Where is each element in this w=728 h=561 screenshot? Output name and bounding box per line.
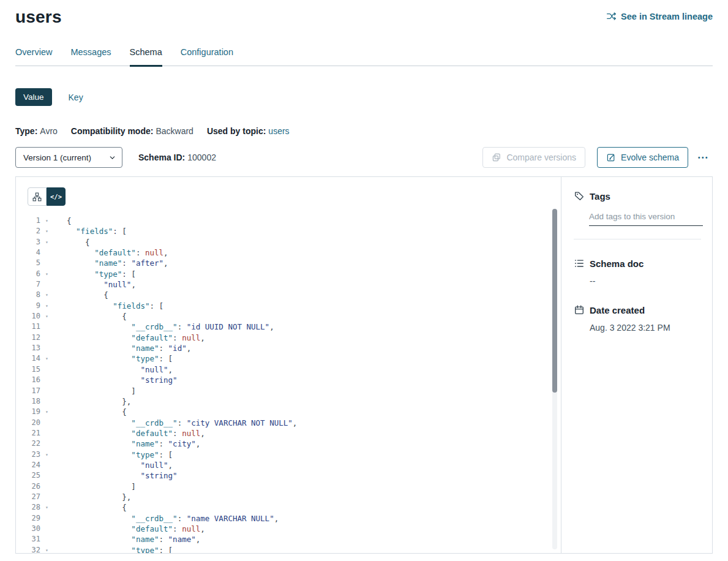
line-number: 21 — [16, 428, 40, 439]
fold-arrow-icon[interactable]: ▾ — [40, 269, 53, 279]
line-number: 3 — [16, 237, 40, 247]
line-number: 17 — [16, 386, 40, 396]
line-number: 9 — [16, 301, 40, 311]
schema-sidebar: Tags Schema doc -- — [561, 177, 712, 553]
fold-arrow-icon[interactable]: ▾ — [40, 216, 53, 226]
tab-messages[interactable]: Messages — [70, 47, 111, 66]
code-scrollbar-thumb[interactable] — [552, 209, 557, 393]
schema-meta: Type:Avro Compatibility mode:Backward Us… — [15, 126, 713, 136]
code-line: 26 ] — [16, 481, 561, 492]
fold-arrow-icon[interactable]: ▾ — [40, 226, 53, 236]
code-text: ] — [67, 481, 136, 492]
code-line: 27 }, — [16, 492, 561, 502]
date-created-title: Date created — [590, 305, 645, 315]
tree-view-button[interactable] — [28, 187, 47, 206]
version-select-value: Version 1 (current) — [23, 153, 91, 162]
fold-spacer — [40, 470, 53, 481]
line-number: 13 — [16, 343, 40, 353]
calendar-icon — [574, 304, 585, 315]
fold-arrow-icon[interactable]: ▾ — [40, 407, 53, 417]
line-number: 19 — [16, 407, 40, 417]
line-number: 1 — [16, 216, 40, 226]
code-text: "default": null, — [67, 333, 205, 343]
fold-spacer — [40, 524, 53, 534]
tab-bar: Overview Messages Schema Configuration — [15, 47, 713, 66]
code-line: 20 "__crdb__": "city VARCHAR NOT NULL", — [16, 418, 561, 428]
topic-link[interactable]: users — [268, 126, 289, 136]
fold-spacer — [40, 375, 53, 385]
sidebar-divider — [574, 239, 701, 239]
fold-arrow-icon[interactable]: ▾ — [40, 353, 53, 364]
code-text: "null", — [67, 364, 173, 375]
stream-lineage-link[interactable]: See in Stream lineage — [606, 11, 713, 21]
fold-spacer — [40, 460, 53, 470]
add-tags-input[interactable] — [589, 211, 703, 226]
meta-type-label: Type: — [15, 126, 37, 136]
line-number: 4 — [16, 247, 40, 258]
version-select[interactable]: Version 1 (current) — [15, 147, 122, 168]
code-text: "default": null, — [67, 524, 205, 534]
fold-spacer — [40, 258, 53, 268]
code-text: "__crdb__": "id UUID NOT NULL", — [67, 322, 274, 332]
meta-compatibility-value: Backward — [156, 126, 193, 136]
code-line: 18 }, — [16, 396, 561, 407]
code-text: "fields": [ — [67, 226, 127, 236]
date-created-value: Aug. 3 2022 3:21 PM — [590, 323, 701, 333]
meta-type-value: Avro — [40, 126, 58, 136]
fold-arrow-icon[interactable]: ▾ — [40, 450, 53, 460]
fold-arrow-icon[interactable]: ▾ — [40, 290, 53, 300]
line-number: 18 — [16, 396, 40, 407]
code-line: 21 "default": null, — [16, 428, 561, 439]
line-number: 26 — [16, 481, 40, 492]
fold-arrow-icon[interactable]: ▾ — [40, 545, 53, 553]
fold-arrow-icon[interactable]: ▾ — [40, 301, 53, 311]
code-line: 25 "string" — [16, 470, 561, 481]
code-scrollbar[interactable] — [552, 209, 557, 549]
compare-versions-icon — [492, 152, 501, 162]
fold-spacer — [40, 418, 53, 428]
meta-type: Type:Avro — [15, 126, 58, 136]
fold-spacer — [40, 481, 53, 492]
code-line: 19▾ { — [16, 407, 561, 417]
evolve-schema-icon — [606, 152, 616, 162]
fold-arrow-icon[interactable]: ▾ — [40, 502, 53, 513]
stream-lineage-icon — [606, 11, 617, 21]
evolve-schema-label: Evolve schema — [621, 152, 679, 162]
code-text: { — [67, 216, 72, 226]
compare-versions-button[interactable]: Compare versions — [482, 147, 585, 168]
code-text: "name": "name", — [67, 534, 200, 544]
code-view-button[interactable]: </> — [47, 187, 66, 206]
schema-id-label: Schema ID: — [138, 152, 185, 162]
line-number: 22 — [16, 439, 40, 449]
fold-arrow-icon[interactable]: ▾ — [40, 311, 53, 322]
code-text: "default": null, — [67, 247, 168, 258]
line-number: 20 — [16, 418, 40, 428]
code-text: "name": "after", — [67, 258, 168, 268]
code-line: 13 "name": "id", — [16, 343, 561, 353]
tab-configuration[interactable]: Configuration — [181, 47, 233, 66]
tab-overview[interactable]: Overview — [15, 47, 52, 66]
evolve-schema-button[interactable]: Evolve schema — [597, 147, 688, 168]
meta-topic: Used by topic:users — [207, 126, 290, 136]
code-text: "name": "id", — [67, 343, 191, 353]
line-number: 14 — [16, 353, 40, 364]
value-toggle-button[interactable]: Value — [15, 88, 52, 106]
schema-doc-value: -- — [590, 276, 701, 286]
code-text: "__crdb__": "name VARCHAR NULL", — [67, 513, 279, 524]
code-line: 17 ] — [16, 386, 561, 396]
tab-schema[interactable]: Schema — [130, 47, 162, 67]
fold-spacer — [40, 492, 53, 502]
code-line: 2▾ "fields": [ — [16, 226, 561, 236]
line-number: 15 — [16, 364, 40, 375]
code-line: 30 "default": null, — [16, 524, 561, 534]
fold-spacer — [40, 513, 53, 524]
page-title: users — [15, 7, 62, 27]
code-line: 9▾ "fields": [ — [16, 301, 561, 311]
fold-arrow-icon[interactable]: ▾ — [40, 237, 53, 247]
code-text: "name": "city", — [67, 439, 200, 449]
code-text: { — [67, 311, 127, 322]
line-number: 23 — [16, 450, 40, 460]
more-options-button[interactable]: ••• — [694, 147, 713, 168]
code-view-toggle: </> — [28, 187, 561, 206]
key-toggle-button[interactable]: Key — [69, 92, 83, 102]
